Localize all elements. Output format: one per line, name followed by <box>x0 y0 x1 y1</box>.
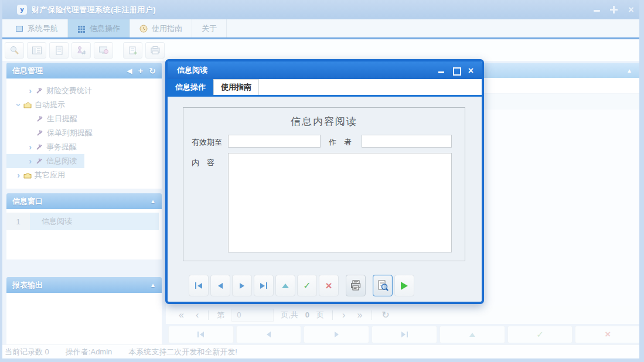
prev-icon <box>267 332 271 337</box>
nav-first-button[interactable] <box>168 326 234 343</box>
print-preview-button[interactable] <box>373 275 393 296</box>
record-cancel-button[interactable] <box>319 275 339 296</box>
page-prev-button[interactable]: ‹ <box>190 310 205 320</box>
chevron-right-icon[interactable]: › <box>26 87 35 95</box>
minimize-icon[interactable] <box>592 5 602 15</box>
content-textarea[interactable] <box>228 153 452 252</box>
dialog-tab-info-operation[interactable]: 信息操作 <box>168 79 213 95</box>
info-content-fieldset: 信息内容阅读 有效期至 作 者 内 容 <box>183 107 465 261</box>
panel-header-info-window[interactable]: 信息窗口 ▲ <box>6 193 162 209</box>
nav-last-button[interactable] <box>372 326 437 343</box>
monitor-search-icon <box>98 46 109 55</box>
info-reading-dialog: 信息阅读 × 信息操作 使用指南 信息内容阅读 有效期至 作 者 内 容 <box>165 59 484 304</box>
record-first-button[interactable] <box>189 275 209 296</box>
up-icon <box>282 284 289 288</box>
record-ok-button[interactable] <box>297 275 317 296</box>
agent-report-button[interactable] <box>71 42 91 59</box>
record-top-button[interactable] <box>275 275 295 296</box>
page-total-suffix: 页 <box>316 310 324 320</box>
refresh-icon[interactable]: ↻ <box>149 67 156 75</box>
tab-label: 信息操作 <box>90 23 120 34</box>
panel-header-info-manage[interactable]: 信息管理 ◀ + ↻ <box>6 63 162 78</box>
record-last-button[interactable] <box>254 275 274 296</box>
tab-info-operation[interactable]: 信息操作 <box>68 19 130 37</box>
dialog-title: 信息阅读 <box>177 65 207 76</box>
form-view-button[interactable] <box>27 42 46 59</box>
up-icon <box>469 333 475 337</box>
author-input[interactable] <box>362 135 452 148</box>
restore-icon[interactable] <box>609 5 619 15</box>
info-window-list: 1 信息阅读 <box>6 209 162 259</box>
first-icon <box>197 332 199 337</box>
nav-top-button[interactable] <box>439 326 505 343</box>
list-item[interactable]: 1 信息阅读 <box>6 213 162 230</box>
tree-item-policy-expiry-reminder[interactable]: 保单到期提醒 <box>6 126 162 140</box>
record-prev-button[interactable] <box>210 275 230 296</box>
add-icon[interactable]: + <box>138 66 144 75</box>
chevron-right-icon[interactable]: › <box>26 157 35 165</box>
sidebar: 信息管理 ◀ + ↻ › 财险交费统计 › 自动提示 生日提醒 <box>6 63 162 343</box>
print-tool-button[interactable] <box>145 42 165 59</box>
valid-until-label: 有效期至 <box>192 137 222 148</box>
printer-icon <box>350 280 362 291</box>
run-button[interactable] <box>394 275 414 296</box>
page-first-button[interactable]: « <box>173 310 190 320</box>
tab-system-navigation[interactable]: 系统导航 <box>6 19 68 37</box>
chevron-down-icon[interactable]: › <box>15 101 23 110</box>
panel-header-report-output[interactable]: 报表输出 ▲ <box>6 277 162 293</box>
valid-until-input[interactable] <box>228 135 321 148</box>
screen-preview-button[interactable] <box>94 42 113 59</box>
last-icon <box>401 332 406 337</box>
nav-ok-button[interactable] <box>507 326 573 343</box>
tree-item-other-apps[interactable]: › 其它应用 <box>6 168 162 182</box>
page-last-button[interactable]: » <box>351 310 368 320</box>
tree-item-label: 生日提醒 <box>47 114 77 124</box>
tool-icon <box>35 129 45 136</box>
add-record-button[interactable] <box>123 42 142 59</box>
nav-cancel-button[interactable] <box>575 326 640 343</box>
record-next-button[interactable] <box>232 275 252 296</box>
document-button[interactable] <box>49 42 69 59</box>
tree-item-label: 保单到期提醒 <box>47 128 93 138</box>
panel-title: 报表输出 <box>12 280 43 291</box>
content-label: 内 容 <box>192 158 214 168</box>
collapse-up-icon[interactable]: ▲ <box>150 199 156 204</box>
cross-icon <box>605 329 611 340</box>
pagination-bar: « ‹ 第 页,共 0 页 › » ↻ <box>166 306 642 324</box>
row-label: 信息阅读 <box>30 213 159 230</box>
nav-next-button[interactable] <box>304 326 369 343</box>
refresh-icon[interactable]: ↻ <box>381 309 389 320</box>
next-icon <box>335 332 339 337</box>
dialog-close-icon[interactable]: × <box>467 67 475 74</box>
search-button[interactable] <box>5 42 24 59</box>
tree-item-label: 事务提醒 <box>46 142 77 152</box>
tree-item-birthday-reminder[interactable]: 生日提醒 <box>6 112 162 126</box>
tree-item-premium-stats[interactable]: › 财险交费统计 <box>6 84 162 98</box>
main-tabbar: 系统导航 信息操作 使用指南 关于 <box>0 19 644 39</box>
page-prefix-label: 第 <box>217 310 224 320</box>
dialog-maximize-icon[interactable] <box>452 67 460 74</box>
print-button[interactable] <box>346 275 366 296</box>
nav-prev-button[interactable] <box>236 326 302 343</box>
doc-add-icon <box>128 46 138 55</box>
collapse-up-icon[interactable]: ▲ <box>626 67 632 74</box>
tree-item-auto-reminder[interactable]: › 自动提示 <box>6 98 162 112</box>
dialog-minimize-icon[interactable] <box>438 67 445 74</box>
page-next-button[interactable]: › <box>336 310 351 320</box>
tab-about[interactable]: 关于 <box>192 19 227 37</box>
grid-icon <box>77 25 86 33</box>
chevron-right-icon[interactable]: › <box>26 143 35 151</box>
tool-icon <box>35 144 44 151</box>
close-icon[interactable]: × <box>626 5 636 15</box>
collapse-up-icon[interactable]: ▲ <box>150 282 156 288</box>
panel-title: 信息管理 <box>12 66 43 76</box>
form-icon <box>32 46 42 55</box>
chevron-right-icon[interactable]: › <box>14 171 23 179</box>
prev-icon <box>218 283 223 289</box>
dialog-tab-user-guide[interactable]: 使用指南 <box>213 79 259 95</box>
tree-item-task-reminder[interactable]: › 事务提醒 <box>6 140 162 154</box>
page-number-input[interactable] <box>231 309 274 322</box>
collapse-left-icon[interactable]: ◀ <box>127 67 132 74</box>
tab-user-guide[interactable]: 使用指南 <box>130 19 192 37</box>
tree-item-info-reading[interactable]: › 信息阅读 <box>6 154 84 168</box>
